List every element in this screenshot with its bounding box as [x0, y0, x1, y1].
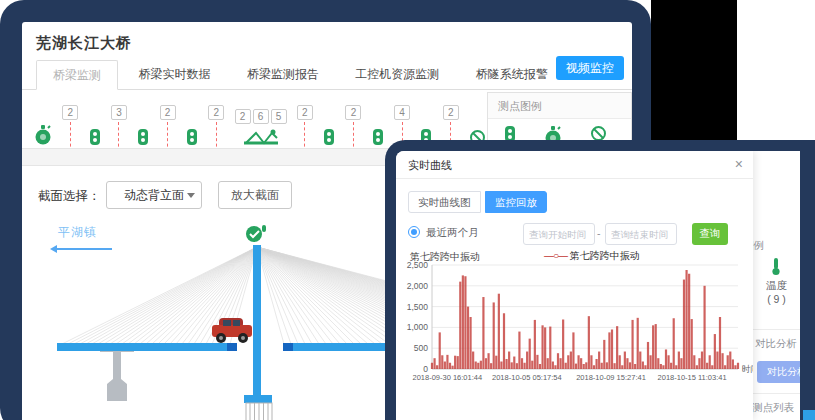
close-icon[interactable]: × — [735, 156, 743, 172]
strip-item-post[interactable]: 2 — [297, 105, 313, 152]
sensor-count-badge: 2 — [160, 105, 176, 120]
dialog-tabs: 实时曲线图 监控回放 — [408, 191, 547, 213]
background-black-panel — [651, 0, 737, 142]
video-monitor-button[interactable]: 视频监控 — [556, 56, 624, 80]
tab-realtime-curve[interactable]: 实时曲线图 — [408, 191, 481, 213]
tab-system-alarm[interactable]: 桥隧系统报警 — [460, 60, 564, 90]
legend-panel-title: 测点图例 — [488, 93, 631, 119]
svg-text:2018-10-09 15:27:41: 2018-10-09 15:27:41 — [576, 373, 646, 382]
tab-realtime-data[interactable]: 桥梁实时数据 — [122, 60, 226, 90]
sensor-count-badge: 6 — [253, 109, 269, 124]
truss-bridge-icon — [243, 128, 279, 146]
strip-item-post[interactable]: 2 — [160, 105, 176, 152]
tab-monitor-playback[interactable]: 监控回放 — [485, 191, 547, 213]
vibration-chart: 05001,0001,5002,0002,5002018-09-30 16:01… — [396, 259, 753, 399]
sensor-count-badge: 2 — [62, 105, 78, 120]
background-blue-fragment — [803, 410, 815, 420]
svg-text:2018-10-05 05:17:54: 2018-10-05 05:17:54 — [492, 373, 562, 382]
compare-analysis-header: 对比分析 — [755, 337, 797, 351]
dialog-header: 实时曲线 × — [396, 151, 753, 179]
sensor-count-badge: 3 — [111, 105, 127, 120]
section-select-label: 截面选择： — [38, 188, 101, 205]
sensor-icon — [323, 128, 335, 146]
main-tabbar: 桥梁监测 桥梁实时数据 桥梁监测报告 工控机资源监测 桥隧系统报警 — [22, 60, 632, 90]
temperature-count: ( 9 ) — [753, 293, 800, 305]
tab-monitoring-report[interactable]: 桥梁监测报告 — [231, 60, 335, 90]
chevron-down-icon — [187, 193, 195, 198]
strip-item-post[interactable]: 2 — [62, 105, 78, 152]
tab-ipc-resource[interactable]: 工控机资源监测 — [339, 60, 455, 90]
sensor-icon — [137, 128, 149, 146]
enlarge-section-button[interactable]: 放大截面 — [218, 181, 292, 209]
page: 芜湖长江大桥 桥梁监测 桥梁实时数据 桥梁监测报告 工控机资源监测 桥隧系统报警… — [0, 0, 815, 420]
svg-text:1,500: 1,500 — [407, 302, 429, 312]
sensor-count-badge: 2 — [208, 105, 224, 120]
svg-text:1,000: 1,000 — [407, 322, 429, 332]
sensor-count-badge: 2 — [345, 105, 361, 120]
page-title: 芜湖长江大桥 — [36, 34, 132, 53]
sidebar-legend-header: 测点图例 — [753, 239, 764, 253]
sensor-count-badge: 5 — [271, 109, 287, 124]
dialog-title: 实时曲线 — [408, 158, 452, 173]
sensor-icon — [89, 128, 101, 146]
query-end-time-input[interactable] — [605, 223, 677, 245]
alarm-point-list-header: 报警测点列表 — [753, 401, 794, 415]
right-sidebar: 测点图例 温度 ( 9 ) 对比分析 对比分析 报警测点列表 — [753, 151, 800, 420]
sidebar-divider — [753, 393, 800, 394]
strip-item-post[interactable]: 3 — [111, 105, 127, 152]
direction-label: 平湖镇 — [58, 224, 97, 241]
left-arrow-icon — [50, 245, 114, 253]
modal-card: 测点图例 温度 ( 9 ) 对比分析 对比分析 报警测点列表 实时曲线 × — [385, 140, 815, 420]
date-separator: - — [597, 227, 601, 239]
tower-sensor-icon — [246, 225, 266, 242]
strip-item-post[interactable]: 2 — [208, 105, 224, 152]
sensor-count-badge: 2 — [443, 105, 459, 120]
realtime-curve-dialog: 实时曲线 × 实时曲线图 监控回放 最近两个月 - 查询 第七跨跨中振动 —○—… — [396, 151, 753, 420]
query-button[interactable]: 查询 — [692, 223, 728, 245]
sidebar-divider — [753, 329, 800, 330]
radio-label: 最近两个月 — [426, 226, 479, 240]
stopwatch-icon — [34, 124, 52, 146]
modal-window: 测点图例 温度 ( 9 ) 对比分析 对比分析 报警测点列表 实时曲线 × — [396, 151, 800, 420]
x-axis-label: 时间 — [742, 364, 753, 374]
svg-text:2018-09-30 16:01:44: 2018-09-30 16:01:44 — [412, 373, 482, 382]
svg-text:500: 500 — [414, 343, 428, 353]
thermometer-icon — [769, 257, 783, 276]
query-controls: 最近两个月 - 查询 — [408, 223, 748, 245]
sensor-icon — [372, 128, 384, 146]
strip-item-post[interactable]: 2 — [345, 105, 361, 152]
compare-analysis-button[interactable]: 对比分析 — [757, 361, 800, 383]
sensor-count-badge: 2 — [235, 109, 251, 124]
sensor-count-badge: 2 — [297, 105, 313, 120]
sensor-icon — [186, 128, 198, 146]
temperature-label: 温度 — [753, 279, 800, 293]
query-start-time-input[interactable] — [523, 223, 595, 245]
radio-last-two-months[interactable] — [408, 226, 420, 238]
svg-text:2,500: 2,500 — [407, 260, 429, 270]
tab-bridge-monitoring[interactable]: 桥梁监测 — [36, 60, 118, 90]
svg-text:2018-10-15 11:03:41: 2018-10-15 11:03:41 — [658, 373, 727, 382]
section-select-dropdown[interactable]: 动态背立面 — [106, 181, 202, 209]
sensor-count-badge: 4 — [394, 105, 410, 120]
section-select-value: 动态背立面 — [124, 188, 184, 202]
strip-item-truss[interactable]: 265 — [235, 109, 287, 152]
svg-text:2,000: 2,000 — [407, 281, 429, 291]
